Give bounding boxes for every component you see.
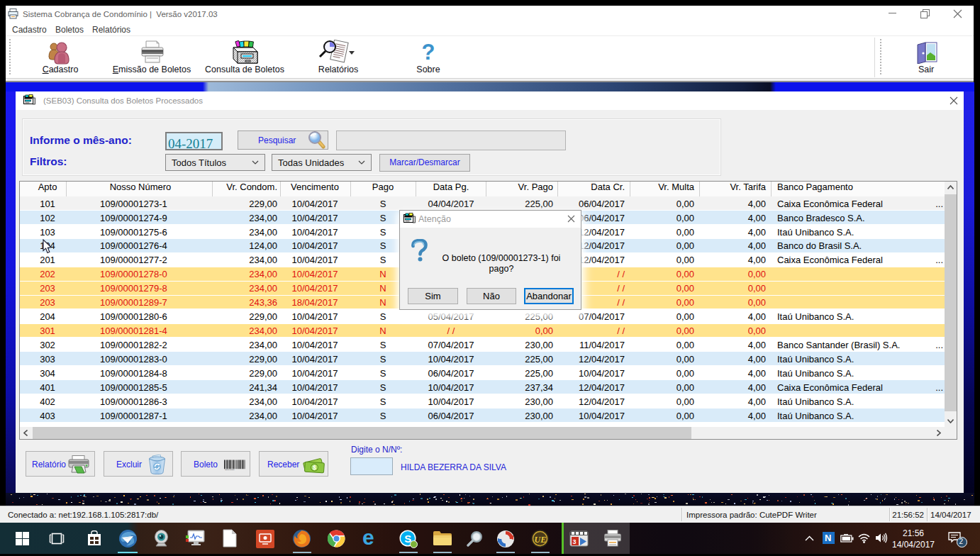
svg-text:38617-81157: 38617-81157 xyxy=(225,469,235,470)
svg-text:UE: UE xyxy=(535,535,547,545)
svg-text:$: $ xyxy=(313,464,317,471)
svg-text:3: 3 xyxy=(573,538,577,545)
